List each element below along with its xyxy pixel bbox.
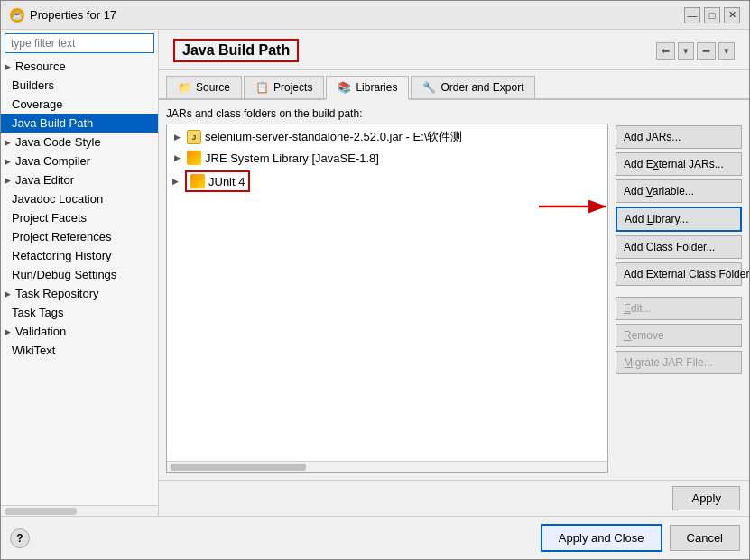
content-panel: JARs and class folders on the build path… bbox=[166, 107, 608, 473]
expand-arrow: ▶ bbox=[5, 289, 11, 298]
dialog-body: ▶ Resource Builders Coverage Java Build … bbox=[1, 30, 749, 516]
sidebar-item-label: Validation bbox=[15, 325, 66, 338]
footer: ? Apply and Close Cancel bbox=[1, 516, 749, 559]
add-jars-button[interactable]: Add JARs... bbox=[616, 125, 742, 149]
sidebar-item-wikitext[interactable]: WikiText bbox=[1, 341, 158, 360]
title-controls: — □ ✕ bbox=[684, 7, 740, 23]
add-variable-button[interactable]: Add Variable... bbox=[616, 179, 742, 203]
sidebar-item-project-references[interactable]: Project References bbox=[1, 227, 158, 246]
sidebar-item-task-repository[interactable]: ▶ Task Repository bbox=[1, 284, 158, 303]
sidebar-item-validation[interactable]: ▶ Validation bbox=[1, 322, 158, 341]
tab-source[interactable]: 📁 Source bbox=[166, 76, 242, 98]
sidebar-item-label: Coverage bbox=[12, 97, 62, 111]
remove-button[interactable]: Remove bbox=[616, 324, 742, 347]
minimize-button[interactable]: — bbox=[684, 7, 700, 23]
apply-button[interactable]: Apply bbox=[672, 486, 740, 510]
sidebar-item-builders[interactable]: Builders bbox=[1, 76, 158, 95]
tab-projects[interactable]: 📋 Projects bbox=[244, 76, 324, 98]
title-bar-left: ☕ Properties for 17 bbox=[10, 8, 116, 23]
sidebar-scrollbar bbox=[1, 505, 158, 516]
sidebar-item-javadoc[interactable]: Javadoc Location bbox=[1, 189, 158, 208]
sidebar-item-label: Task Repository bbox=[15, 287, 98, 300]
page-header: Java Build Path ⬅ ▾ ➡ ▾ bbox=[159, 30, 749, 70]
nav-dropdown-button[interactable]: ▾ bbox=[678, 42, 694, 60]
apply-and-close-button[interactable]: Apply and Close bbox=[541, 524, 662, 552]
sidebar-item-label: Java Editor bbox=[15, 173, 74, 187]
tab-order-export[interactable]: 🔧 Order and Export bbox=[411, 76, 535, 98]
dialog: ☕ Properties for 17 — □ ✕ ▶ Resource Bui… bbox=[0, 0, 750, 560]
tree-scrollbar-thumb bbox=[171, 464, 306, 471]
tree-panel: ▶ J selenium-server-standalone-2.52.0.ja… bbox=[166, 124, 608, 473]
tree-item-jre[interactable]: ▶ JRE System Library [JavaSE-1.8] bbox=[167, 148, 607, 168]
add-class-folder-button[interactable]: Add Class Folder... bbox=[616, 235, 742, 259]
sidebar-item-label: Project Facets bbox=[12, 211, 87, 225]
close-button[interactable]: ✕ bbox=[724, 7, 740, 23]
sidebar-item-coverage[interactable]: Coverage bbox=[1, 95, 158, 114]
junit-icon bbox=[190, 174, 205, 188]
buttons-panel: Add JARs... Add External JARs... Add Var… bbox=[616, 107, 742, 374]
migrate-jar-button[interactable]: Migrate JAR File... bbox=[616, 351, 742, 374]
sidebar-item-java-code-style[interactable]: ▶ Java Code Style bbox=[1, 133, 158, 151]
page-title-box: Java Build Path bbox=[173, 39, 299, 62]
add-external-jars-button[interactable]: Add External JARs... bbox=[616, 152, 742, 176]
maximize-button[interactable]: □ bbox=[704, 7, 720, 23]
sidebar-item-java-compiler[interactable]: ▶ Java Compiler bbox=[1, 151, 158, 170]
nav-arrows: ⬅ ▾ ➡ ▾ bbox=[656, 42, 735, 60]
expand-arrow: ▶ bbox=[5, 138, 11, 147]
cancel-button[interactable]: Cancel bbox=[670, 525, 740, 551]
tree-scrollbar bbox=[167, 461, 607, 472]
sidebar-item-resource[interactable]: ▶ Resource bbox=[1, 57, 158, 76]
buttons-area: Add JARs... Add External JARs... Add Var… bbox=[616, 107, 742, 473]
tree-item-label: JRE System Library [JavaSE-1.8] bbox=[205, 151, 379, 165]
apply-row: Apply bbox=[159, 480, 749, 516]
sidebar-item-refactoring[interactable]: Refactoring History bbox=[1, 246, 158, 265]
jar-icon: J bbox=[187, 130, 201, 144]
sidebar-scrollbar-thumb bbox=[5, 508, 77, 515]
page-title: Java Build Path bbox=[182, 42, 290, 58]
sidebar-item-label: Builders bbox=[12, 78, 54, 92]
title-bar: ☕ Properties for 17 — □ ✕ bbox=[1, 1, 749, 30]
app-icon: ☕ bbox=[10, 8, 24, 23]
sidebar-item-label: Java Build Path bbox=[12, 116, 93, 130]
nav-menu-button[interactable]: ▾ bbox=[718, 42, 735, 60]
tree-item-label: JUnit 4 bbox=[208, 175, 245, 188]
help-button[interactable]: ? bbox=[10, 528, 30, 548]
source-icon: 📁 bbox=[178, 81, 191, 94]
projects-icon: 📋 bbox=[255, 81, 269, 94]
tree-item-label: selenium-server-standalone-2.52.0.jar - … bbox=[205, 129, 462, 145]
edit-button[interactable]: Edit... bbox=[616, 297, 742, 320]
tab-label: Source bbox=[196, 81, 230, 94]
sidebar-item-run-debug[interactable]: Run/Debug Settings bbox=[1, 265, 158, 284]
order-icon: 🔧 bbox=[422, 81, 436, 94]
filter-input[interactable] bbox=[5, 33, 154, 53]
sidebar-item-java-build-path[interactable]: Java Build Path bbox=[1, 114, 158, 133]
sidebar-item-label: WikiText bbox=[12, 344, 55, 357]
tree-expand-arrow: ▶ bbox=[172, 177, 181, 186]
tab-label: Projects bbox=[273, 81, 312, 94]
tree-expand-arrow: ▶ bbox=[174, 153, 183, 162]
add-external-class-folder-button[interactable]: Add External Class Folder... bbox=[616, 262, 742, 286]
dialog-title: Properties for 17 bbox=[30, 8, 116, 22]
sidebar-list: ▶ Resource Builders Coverage Java Build … bbox=[1, 57, 158, 505]
sidebar-item-task-tags[interactable]: Task Tags bbox=[1, 303, 158, 322]
sidebar: ▶ Resource Builders Coverage Java Build … bbox=[1, 30, 159, 516]
tree-expand-arrow: ▶ bbox=[174, 133, 183, 142]
sidebar-item-label: Task Tags bbox=[12, 306, 64, 319]
sidebar-item-label: Java Code Style bbox=[15, 135, 101, 149]
junit-item-box: JUnit 4 bbox=[185, 170, 250, 192]
tree-item-selenium[interactable]: ▶ J selenium-server-standalone-2.52.0.ja… bbox=[167, 126, 607, 148]
tree-item-junit[interactable]: ▶ JUnit 4 bbox=[167, 168, 607, 195]
sidebar-item-java-editor[interactable]: ▶ Java Editor bbox=[1, 170, 158, 189]
sidebar-item-label: Java Compiler bbox=[15, 154, 90, 168]
expand-arrow: ▶ bbox=[5, 327, 11, 336]
tab-libraries[interactable]: 📚 Libraries bbox=[326, 76, 409, 100]
nav-forward-button[interactable]: ➡ bbox=[697, 42, 716, 60]
sidebar-item-label: Javadoc Location bbox=[12, 192, 103, 206]
sidebar-item-project-facets[interactable]: Project Facets bbox=[1, 208, 158, 227]
expand-arrow: ▶ bbox=[5, 62, 11, 71]
content-area: JARs and class folders on the build path… bbox=[159, 100, 749, 480]
tree-content: ▶ J selenium-server-standalone-2.52.0.ja… bbox=[167, 124, 607, 461]
add-library-button[interactable]: Add Library... bbox=[616, 207, 742, 232]
nav-back-button[interactable]: ⬅ bbox=[656, 42, 675, 60]
sidebar-item-label: Run/Debug Settings bbox=[12, 268, 116, 281]
